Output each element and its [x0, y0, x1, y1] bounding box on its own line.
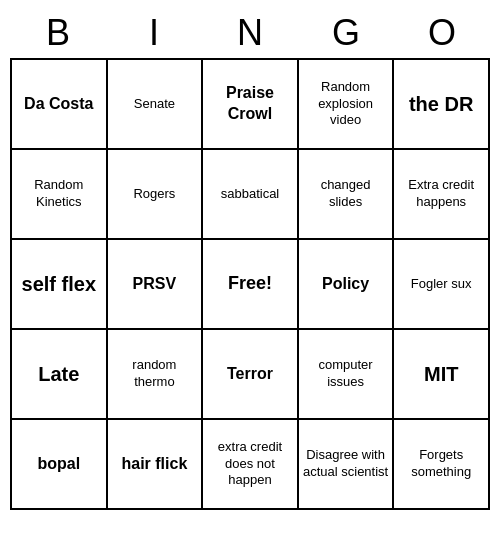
bingo-cell[interactable]: Rogers	[108, 150, 204, 240]
bingo-cell[interactable]: Extra credit happens	[394, 150, 490, 240]
bingo-cell[interactable]: Forgets something	[394, 420, 490, 510]
bingo-cell[interactable]: Praise Crowl	[203, 60, 299, 150]
letter-o: O	[394, 10, 490, 56]
bingo-cell[interactable]: sabbatical	[203, 150, 299, 240]
bingo-cell[interactable]: extra credit does not happen	[203, 420, 299, 510]
bingo-cell[interactable]: Policy	[299, 240, 395, 330]
letter-n: N	[202, 10, 298, 56]
bingo-cell[interactable]: self flex	[12, 240, 108, 330]
bingo-grid: Da CostaSenatePraise CrowlRandom explosi…	[10, 58, 490, 510]
bingo-cell[interactable]: Free!	[203, 240, 299, 330]
bingo-cell[interactable]: Fogler sux	[394, 240, 490, 330]
letter-b: B	[10, 10, 106, 56]
letter-i: I	[106, 10, 202, 56]
bingo-cell[interactable]: changed slides	[299, 150, 395, 240]
bingo-cell[interactable]: PRSV	[108, 240, 204, 330]
bingo-cell[interactable]: Senate	[108, 60, 204, 150]
bingo-cell[interactable]: Late	[12, 330, 108, 420]
bingo-cell[interactable]: bopal	[12, 420, 108, 510]
bingo-cell[interactable]: Random explosion video	[299, 60, 395, 150]
bingo-cell[interactable]: Da Costa	[12, 60, 108, 150]
bingo-cell[interactable]: computer issues	[299, 330, 395, 420]
bingo-cell[interactable]: Disagree with actual scientist	[299, 420, 395, 510]
bingo-header: B I N G O	[10, 10, 490, 56]
bingo-cell[interactable]: Terror	[203, 330, 299, 420]
bingo-cell[interactable]: the DR	[394, 60, 490, 150]
bingo-cell[interactable]: hair flick	[108, 420, 204, 510]
bingo-cell[interactable]: Random Kinetics	[12, 150, 108, 240]
bingo-board: B I N G O Da CostaSenatePraise CrowlRand…	[10, 10, 490, 510]
letter-g: G	[298, 10, 394, 56]
bingo-cell[interactable]: random thermo	[108, 330, 204, 420]
bingo-cell[interactable]: MIT	[394, 330, 490, 420]
